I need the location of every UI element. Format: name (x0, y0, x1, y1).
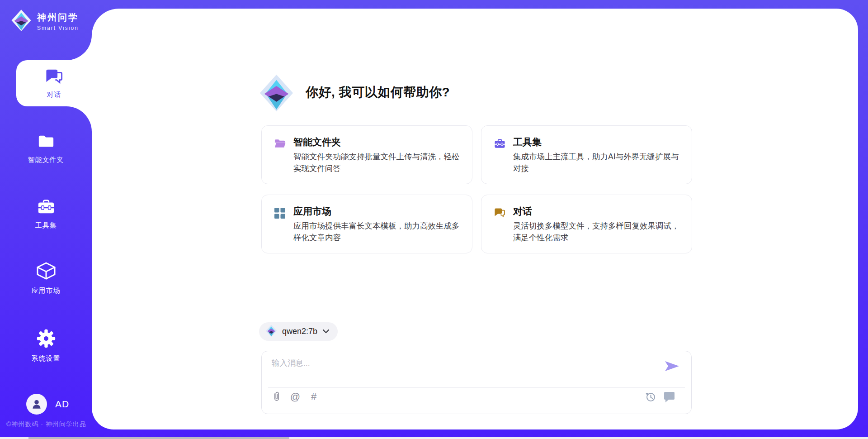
toolbox-icon (494, 138, 506, 151)
message-composer: @ # (261, 351, 692, 414)
assistant-logo-icon (259, 74, 294, 114)
model-selector[interactable]: qwen2:7b (259, 322, 338, 341)
card-description: 智能文件夹功能支持批量文件上传与清洗，轻松实现文件问答 (293, 151, 466, 174)
gear-icon (36, 329, 56, 350)
sidebar-item-label: 系统设置 (32, 354, 61, 363)
comment-icon[interactable] (663, 391, 675, 403)
card-toolbox[interactable]: 工具集 集成市场上主流工具，助力AI与外界无缝扩展与对接 (481, 125, 692, 184)
folder-icon (37, 133, 56, 152)
card-description: 集成市场上主流工具，助力AI与外界无缝扩展与对接 (513, 151, 686, 174)
sidebar-item-toolbox[interactable]: 工具集 (0, 198, 92, 230)
card-description: 灵活切换多模型文件，支持多样回复效果调试，满足个性化需求 (513, 220, 686, 243)
composer-divider (268, 387, 685, 388)
sidebar-item-label: 智能文件夹 (28, 156, 64, 164)
sidebar-item-chat[interactable]: 对话 (16, 60, 92, 106)
sidebar-item-smart-folder[interactable]: 智能文件夹 (0, 133, 92, 164)
grid-icon (274, 207, 286, 221)
card-title: 对话 (513, 205, 532, 218)
model-name: qwen2:7b (282, 327, 317, 336)
hashtag-icon[interactable]: # (308, 391, 320, 403)
sidebar-item-settings[interactable]: 系统设置 (0, 329, 92, 363)
folder-open-icon (274, 138, 286, 151)
attachment-icon[interactable] (271, 391, 283, 403)
greeting-title: 你好, 我可以如何帮助你? (306, 84, 450, 101)
card-title: 智能文件夹 (293, 136, 341, 148)
brand-name-en: Smart Vision (37, 25, 79, 31)
card-app-market[interactable]: 应用市场 应用市场提供丰富长文本模板，助力高效生成多样化文章内容 (261, 195, 472, 253)
brand-name-cn: 神州问学 (37, 11, 79, 24)
toolbox-icon (37, 198, 56, 217)
sidebar-item-label: 对话 (47, 91, 61, 99)
message-input[interactable] (271, 357, 652, 385)
cube-icon (36, 262, 56, 282)
send-icon[interactable] (664, 360, 679, 372)
mention-icon[interactable]: @ (289, 391, 301, 403)
model-logo-icon (265, 324, 277, 339)
card-smart-folder[interactable]: 智能文件夹 智能文件夹功能支持批量文件上传与清洗，轻松实现文件问答 (261, 125, 472, 184)
history-icon[interactable] (645, 391, 656, 403)
scrollbar-thumb[interactable] (28, 437, 289, 439)
user-name: AD (55, 399, 69, 410)
chat-icon (494, 207, 506, 220)
avatar[interactable] (26, 394, 47, 415)
card-title: 应用市场 (293, 205, 331, 218)
horizontal-scrollbar (0, 437, 868, 439)
sidebar-item-app-market[interactable]: 应用市场 (0, 262, 92, 295)
card-description: 应用市场提供丰富长文本模板，助力高效生成多样化文章内容 (293, 220, 466, 243)
sidebar-item-label: 应用市场 (32, 286, 61, 295)
chat-icon (45, 68, 64, 87)
card-chat[interactable]: 对话 灵活切换多模型文件，支持多样回复效果调试，满足个性化需求 (481, 195, 692, 253)
sidebar-item-label: 工具集 (35, 221, 57, 230)
copyright-text: ©神州数码 · 神州问学出品 (6, 420, 86, 429)
user-profile[interactable]: AD (26, 394, 69, 415)
feature-cards: 智能文件夹 智能文件夹功能支持批量文件上传与清洗，轻松实现文件问答 工具集 集成… (261, 125, 692, 253)
brand: 神州问学 Smart Vision (11, 9, 79, 33)
card-title: 工具集 (513, 136, 542, 148)
brand-logo-icon (11, 9, 32, 33)
chevron-down-icon (322, 328, 330, 336)
